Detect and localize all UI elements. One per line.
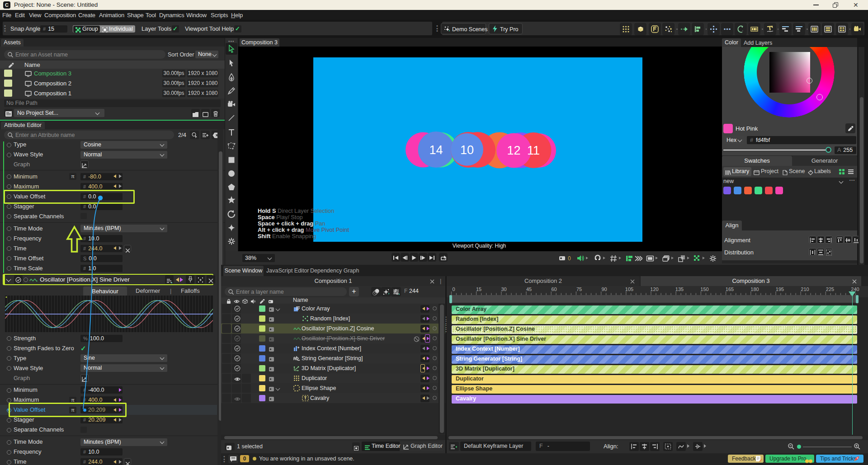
svg-text:10: 10 bbox=[460, 143, 474, 157]
svg-text:14: 14 bbox=[429, 143, 443, 157]
svg-text:11: 11 bbox=[527, 144, 540, 157]
svg-text:12: 12 bbox=[507, 144, 521, 157]
